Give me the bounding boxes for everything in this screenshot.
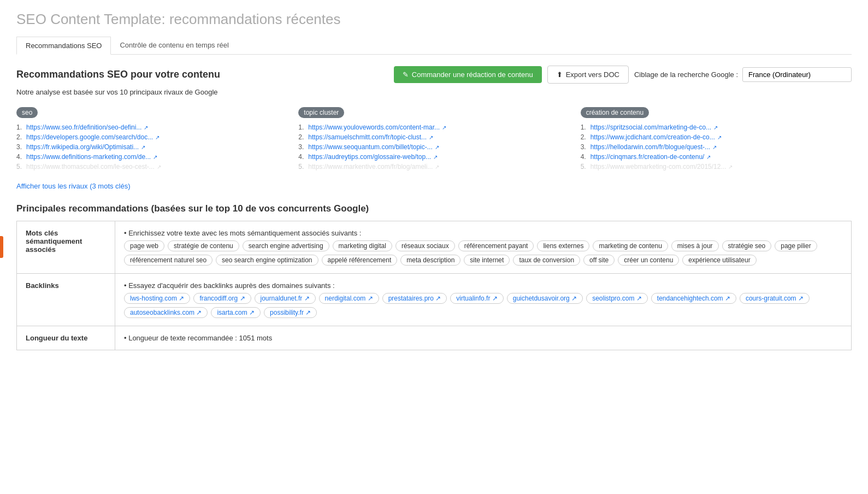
- tag: meta description: [400, 255, 460, 266]
- backlink-tag[interactable]: prestataires.pro ↗: [382, 293, 447, 304]
- link[interactable]: https://www.seoquantum.com/billet/topic-…: [308, 143, 432, 151]
- link[interactable]: https://www.thomascubel.com/le-seo-cest-…: [26, 163, 155, 170]
- export-button[interactable]: ⬆ Export vers DOC: [547, 66, 629, 84]
- tag: liens externes: [537, 240, 589, 251]
- row-label-backlinks: Backlinks: [17, 274, 115, 326]
- link[interactable]: https://www.definitions-marketing.com/de…: [26, 153, 151, 161]
- external-link-icon: ↗: [435, 144, 439, 150]
- link[interactable]: https://fr.wikipedia.org/wiki/Optimisati…: [26, 143, 139, 151]
- link[interactable]: https://www.webmarketing-com.com/2015/12…: [591, 163, 727, 170]
- table-row: Backlinks • Essayez d'acquérir des backl…: [17, 274, 852, 326]
- link[interactable]: https://audreytips.com/glossaire-web/top…: [308, 153, 431, 161]
- link[interactable]: https://spritzsocial.com/marketing-de-co…: [591, 124, 711, 131]
- row-content-backlinks: • Essayez d'acquérir des backlinks auprè…: [115, 274, 852, 326]
- tag: marketing de contenu: [593, 240, 668, 251]
- list-item: 4.https://www.definitions-marketing.com/…: [16, 153, 287, 161]
- keyword-col-seo: seo 1.https://www.seo.fr/definition/seo-…: [16, 107, 287, 173]
- backlink-tag[interactable]: tendancehightech.com ↗: [651, 293, 736, 304]
- google-target-container: Ciblage de la recherche Google :: [634, 67, 852, 82]
- external-link-icon: ↗: [429, 134, 433, 140]
- tag: expérience utilisateur: [682, 255, 756, 266]
- tab-recommandations[interactable]: Recommandations SEO: [16, 37, 111, 55]
- tag: site internet: [464, 255, 510, 266]
- tag: off site: [583, 255, 615, 266]
- link[interactable]: https://hellodarwin.com/fr/blogue/quest-…: [591, 143, 710, 151]
- link[interactable]: https://www.markentive.com/fr/blog/ameli…: [308, 163, 433, 170]
- tag: mises à jour: [671, 240, 719, 251]
- page-title: SEO Content Template: recommandations ré…: [16, 11, 852, 28]
- backlink-tag[interactable]: journaldunet.fr ↗: [255, 293, 316, 304]
- page-title-bold: SEO Content Template:: [16, 11, 166, 27]
- external-link-icon: ↗: [442, 125, 446, 131]
- tag: référencement payant: [458, 240, 534, 251]
- tag: appelé référencement: [322, 255, 398, 266]
- external-link-icon: ↗: [712, 144, 717, 150]
- list-item: 1.https://spritzsocial.com/marketing-de-…: [581, 124, 852, 131]
- command-button[interactable]: ✎ Commander une rédaction de contenu: [394, 66, 542, 83]
- backlinks-intro: • Essayez d'acquérir des backlinks auprè…: [124, 281, 335, 290]
- tag: référencement naturel seo: [124, 255, 212, 266]
- backlink-tag[interactable]: seolistpro.com ↗: [586, 293, 648, 304]
- backlink-tag[interactable]: cours-gratuit.com ↗: [740, 293, 810, 304]
- link[interactable]: https://www.seo.fr/definition/seo-defini…: [26, 124, 141, 131]
- external-link-icon: ↗: [433, 154, 438, 160]
- external-link-icon: ↗: [706, 154, 711, 160]
- backlink-tag[interactable]: autoseobacklinks.com ↗: [124, 307, 208, 318]
- list-item: 2.https://www.jcdichant.com/creation-de-…: [581, 133, 852, 141]
- backlink-tag[interactable]: possibility.fr ↗: [264, 307, 317, 318]
- page-title-light: recommandations récentes: [166, 11, 341, 27]
- tag: page web: [124, 240, 164, 251]
- list-item: 5.https://www.markentive.com/fr/blog/ame…: [298, 163, 569, 170]
- backlink-tag[interactable]: nerdigital.com ↗: [319, 293, 379, 304]
- creation-links-list: 1.https://spritzsocial.com/marketing-de-…: [581, 124, 852, 170]
- backlink-tag[interactable]: lws-hosting.com ↗: [124, 293, 190, 304]
- keyword-col-topic: topic cluster 1.https://www.youlovewords…: [298, 107, 569, 173]
- mots-cles-tags: page webstratégie de contenusearch engin…: [124, 240, 842, 266]
- row-content-mots-cles: • Enrichissez votre texte avec les mots …: [115, 221, 852, 274]
- backlink-tag[interactable]: guichetdusavoir.org ↗: [507, 293, 583, 304]
- recommendations-table: Mots clés sémantiquement associés • Enri…: [16, 221, 852, 350]
- topic-links-list: 1.https://www.youlovewords.com/content-m…: [298, 124, 569, 170]
- tag: page pilier: [775, 240, 817, 251]
- tag: créer un contenu: [618, 255, 679, 266]
- backlink-tag[interactable]: virtualinfo.fr ↗: [450, 293, 503, 304]
- table-row: Longueur du texte • Longueur de texte re…: [17, 326, 852, 350]
- badge-creation: création de contenu: [581, 107, 649, 118]
- badge-topic: topic cluster: [298, 107, 344, 118]
- external-link-icon: ↗: [728, 164, 733, 170]
- list-item: 5.https://www.webmarketing-com.com/2015/…: [581, 163, 852, 170]
- tag: stratégie seo: [722, 240, 772, 251]
- tag: taux de conversion: [513, 255, 580, 266]
- row-label-mots-cles: Mots clés sémantiquement associés: [17, 221, 115, 274]
- backlink-tag[interactable]: francodiff.org ↗: [193, 293, 251, 304]
- external-link-icon: ↗: [141, 144, 145, 150]
- list-item: 5.https://www.thomascubel.com/le-seo-ces…: [16, 163, 287, 170]
- backlinks-tags: lws-hosting.com ↗francodiff.org ↗journal…: [124, 293, 842, 318]
- section-title: Recommandations SEO pour votre contenu: [16, 69, 388, 80]
- google-target-label: Ciblage de la recherche Google :: [634, 70, 738, 79]
- external-link-icon: ↗: [144, 125, 148, 131]
- list-item: 2.https://developers.google.com/search/d…: [16, 133, 287, 141]
- external-link-icon: ↗: [717, 134, 722, 140]
- longueur-text: • Longueur de texte recommandée : 1051 m…: [124, 334, 272, 342]
- recommendations-title: Principales recommandations (basées sur …: [16, 203, 852, 214]
- link[interactable]: https://developers.google.com/search/doc…: [26, 133, 153, 141]
- list-item: 1.https://www.seo.fr/definition/seo-defi…: [16, 124, 287, 131]
- backlink-tag[interactable]: isarta.com ↗: [211, 307, 261, 318]
- external-link-icon: ↗: [155, 134, 160, 140]
- row-label-longueur: Longueur du texte: [17, 326, 115, 350]
- command-button-label: Commander une rédaction de contenu: [412, 70, 533, 79]
- seo-links-list: 1.https://www.seo.fr/definition/seo-defi…: [16, 124, 287, 170]
- link[interactable]: https://www.youlovewords.com/content-mar…: [308, 124, 440, 131]
- show-all-link[interactable]: Afficher tous les rivaux (3 mots clés): [16, 182, 131, 190]
- link[interactable]: https://cinqmars.fr/creation-de-contenu/: [591, 153, 705, 161]
- tag: seo search engine optimization: [216, 255, 318, 266]
- list-item: 3.https://hellodarwin.com/fr/blogue/ques…: [581, 143, 852, 151]
- link[interactable]: https://www.jcdichant.com/creation-de-co…: [591, 133, 715, 141]
- analysis-note: Notre analyse est basée sur vos 10 princ…: [16, 88, 852, 96]
- tab-controle[interactable]: Contrôle de contenu en temps réel: [111, 37, 237, 55]
- list-item: 4.https://cinqmars.fr/creation-de-conten…: [581, 153, 852, 161]
- row-content-longueur: • Longueur de texte recommandée : 1051 m…: [115, 326, 852, 350]
- google-target-input[interactable]: [742, 67, 852, 82]
- link[interactable]: https://samuelschmitt.com/fr/topic-clust…: [308, 133, 427, 141]
